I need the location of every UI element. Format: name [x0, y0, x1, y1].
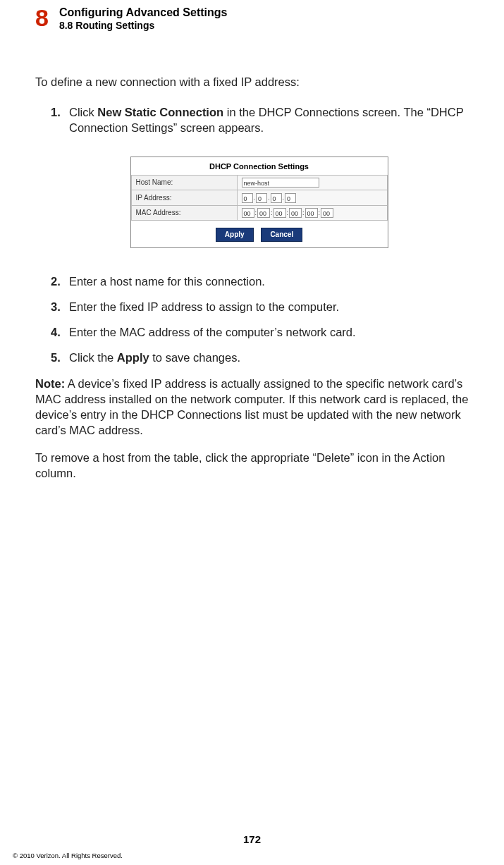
mac-cell: 00:00:00:00:00:00: [237, 205, 387, 220]
step-5-text: Click the Apply to save changes.: [69, 350, 240, 365]
ip-octet-3[interactable]: 0: [271, 193, 282, 203]
step-3: 3. Enter the fixed IP address to assign …: [51, 299, 483, 314]
mac-6[interactable]: 00: [321, 208, 333, 218]
page-header: 8 Configuring Advanced Settings 8.8 Rout…: [0, 0, 504, 32]
apply-button[interactable]: Apply: [216, 228, 254, 242]
mac-1[interactable]: 00: [242, 208, 254, 218]
steps-list: 1. Click New Static Connection in the DH…: [35, 104, 483, 136]
chapter-number: 8: [35, 6, 48, 30]
section-title: 8.8 Routing Settings: [59, 19, 228, 32]
chapter-title: Configuring Advanced Settings: [59, 6, 228, 19]
ip-octet-2[interactable]: 0: [256, 193, 267, 203]
step-4-text: Enter the MAC address of the computer’s …: [69, 324, 483, 340]
note-label: Note:: [35, 377, 65, 390]
step-5: 5. Click the Apply to save changes.: [51, 350, 483, 365]
step-5-bold: Apply: [117, 351, 149, 364]
step-1-bold: New Static Connection: [97, 106, 223, 118]
figure-button-row: Apply Cancel: [131, 221, 388, 247]
hostname-cell: new-host: [237, 176, 387, 190]
step-5-num: 5.: [51, 350, 69, 365]
step-2-text: Enter a host name for this connection.: [69, 274, 483, 289]
row-hostname: Host Name: new-host: [131, 176, 387, 190]
row-ip: IP Address: 0.0.0.0: [131, 190, 387, 205]
intro-text: To define a new connection with a fixed …: [35, 74, 483, 90]
ip-octet-1[interactable]: 0: [242, 193, 253, 203]
hostname-input[interactable]: new-host: [242, 178, 319, 188]
step-1-text: Click New Static Connection in the DHCP …: [69, 104, 483, 136]
note-text: A device’s fixed IP address is actually …: [35, 377, 468, 437]
note-paragraph: Note: A device’s fixed IP address is act…: [35, 376, 483, 438]
dhcp-settings-figure: DHCP Connection Settings Host Name: new-…: [130, 157, 388, 247]
remove-paragraph: To remove a host from the table, click t…: [35, 450, 483, 481]
step-3-text: Enter the fixed IP address to assign to …: [69, 299, 483, 314]
mac-5[interactable]: 00: [305, 208, 318, 218]
steps-list-cont: 2. Enter a host name for this connection…: [35, 274, 483, 366]
mac-label: MAC Address:: [131, 205, 237, 220]
header-titles: Configuring Advanced Settings 8.8 Routin…: [59, 6, 228, 32]
ip-label: IP Address:: [131, 190, 237, 205]
mac-2[interactable]: 00: [257, 208, 270, 218]
step-1-pre: Click: [69, 106, 97, 118]
page-content: To define a new connection with a fixed …: [0, 32, 504, 481]
cancel-button[interactable]: Cancel: [261, 228, 302, 242]
step-1: 1. Click New Static Connection in the DH…: [51, 104, 483, 136]
step-1-num: 1.: [51, 104, 69, 120]
page-number: 172: [0, 833, 504, 845]
ip-octet-4[interactable]: 0: [285, 193, 296, 203]
step-3-num: 3.: [51, 299, 69, 314]
ip-cell: 0.0.0.0: [237, 190, 387, 205]
step-2-num: 2.: [51, 274, 69, 289]
figure-table: Host Name: new-host IP Address: 0.0.0.0 …: [131, 175, 388, 221]
step-4: 4. Enter the MAC address of the computer…: [51, 324, 483, 340]
step-4-num: 4.: [51, 324, 69, 340]
mac-4[interactable]: 00: [289, 208, 302, 218]
row-mac: MAC Address: 00:00:00:00:00:00: [131, 205, 387, 220]
hostname-label: Host Name:: [131, 176, 237, 190]
step-2: 2. Enter a host name for this connection…: [51, 274, 483, 289]
mac-3[interactable]: 00: [273, 208, 286, 218]
step-5-post: to save changes.: [149, 351, 240, 364]
copyright-text: © 2010 Verizon. All Rights Reserved.: [13, 852, 123, 859]
step-5-pre: Click the: [69, 351, 117, 364]
figure-title: DHCP Connection Settings: [131, 157, 388, 175]
figure-wrap: DHCP Connection Settings Host Name: new-…: [35, 157, 483, 247]
